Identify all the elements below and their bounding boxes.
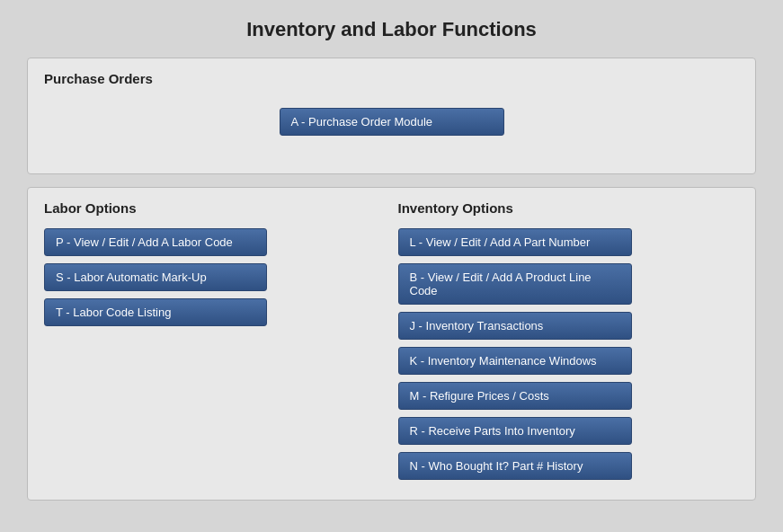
inventory-maintenance-windows-button[interactable]: K - Inventory Maintenance Windows: [398, 347, 632, 375]
inventory-transactions-button[interactable]: J - Inventory Transactions: [398, 312, 632, 340]
labor-auto-markup-button[interactable]: S - Labor Automatic Mark-Up: [44, 263, 267, 291]
inventory-who-bought-it-button[interactable]: N - Who Bought It? Part # History: [398, 452, 632, 480]
inventory-view-edit-product-line-button[interactable]: B - View / Edit / Add A Product Line Cod…: [398, 263, 632, 305]
inventory-refigure-prices-button[interactable]: M - Refigure Prices / Costs: [398, 382, 632, 410]
purchase-orders-title: Purchase Orders: [44, 71, 739, 86]
inventory-receive-parts-button[interactable]: R - Receive Parts Into Inventory: [398, 417, 632, 445]
inventory-view-edit-part-button[interactable]: L - View / Edit / Add A Part Number: [398, 228, 632, 256]
inventory-options-column: Inventory Options L - View / Edit / Add …: [398, 200, 740, 487]
purchase-orders-section: Purchase Orders A - Purchase Order Modul…: [27, 58, 756, 174]
labor-options-column: Labor Options P - View / Edit / Add A La…: [44, 200, 386, 487]
labor-view-edit-add-button[interactable]: P - View / Edit / Add A Labor Code: [44, 228, 267, 256]
purchase-order-module-button[interactable]: A - Purchase Order Module: [280, 108, 504, 136]
inventory-buttons-container: L - View / Edit / Add A Part Number B - …: [398, 228, 740, 487]
purchase-orders-inner: A - Purchase Order Module: [44, 99, 739, 161]
page-container: Inventory and Labor Functions Purchase O…: [0, 0, 783, 531]
page-title: Inventory and Labor Functions: [27, 18, 756, 41]
two-column-section: Labor Options P - View / Edit / Add A La…: [27, 187, 756, 501]
labor-options-title: Labor Options: [44, 200, 386, 216]
labor-buttons-container: P - View / Edit / Add A Labor Code S - L…: [44, 228, 386, 326]
labor-code-listing-button[interactable]: T - Labor Code Listing: [44, 298, 267, 326]
inventory-options-title: Inventory Options: [398, 200, 740, 216]
